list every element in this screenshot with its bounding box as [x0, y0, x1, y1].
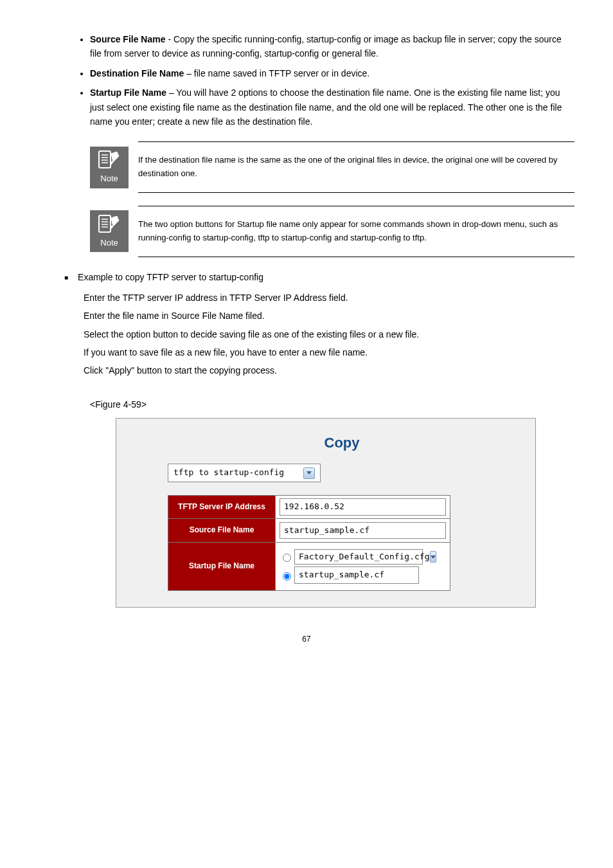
note-icon: Note — [90, 210, 129, 252]
startup-file-radio-new[interactable] — [283, 572, 291, 581]
figure-label: <Figure 4-59> — [90, 397, 536, 411]
note-text: If the destination file name is the same… — [138, 141, 574, 193]
chevron-down-icon[interactable] — [303, 467, 315, 479]
note-icon-label: Note — [100, 237, 118, 250]
startup-file-label: Startup File Name — [168, 542, 276, 591]
source-file-label: Source File Name — [168, 519, 276, 542]
screenshot-copy-dialog: Copy tftp to startup-config TFTP Server … — [116, 418, 536, 608]
table-row: Source File Name startup_sample.cf — [168, 519, 450, 542]
note-icon: Note — [90, 147, 129, 188]
table-row: TFTP Server IP Address 192.168.0.52 — [168, 496, 450, 519]
paragraph: If you want to save file as a new file, … — [84, 345, 549, 359]
list-item: Source File Name - Copy the specific run… — [90, 32, 574, 61]
svg-rect-0 — [99, 151, 111, 168]
dialog-title: Copy — [168, 431, 516, 454]
paragraph: Select the option button to decide savin… — [84, 327, 549, 341]
paragraph: Enter the TFTP server IP address in TFTP… — [84, 291, 549, 305]
list-item: Startup File Name – You will have 2 opti… — [90, 86, 574, 129]
section-heading-text: Example to copy TFTP server to startup-c… — [78, 270, 263, 284]
source-file-input[interactable]: startup_sample.cf — [280, 522, 446, 539]
paragraph: Click "Apply" button to start the copyin… — [84, 363, 549, 377]
note-block: Note If the destination file name is the… — [90, 141, 574, 193]
select-value: tftp to startup-config — [173, 466, 284, 480]
copy-mode-select[interactable]: tftp to startup-config — [168, 464, 321, 482]
tftp-server-input[interactable]: 192.168.0.52 — [280, 498, 446, 516]
paragraph: Enter the file name in Source File Name … — [84, 309, 549, 323]
config-table: TFTP Server IP Address 192.168.0.52 Sour… — [168, 495, 450, 591]
chevron-down-icon[interactable] — [430, 551, 436, 563]
tftp-server-label: TFTP Server IP Address — [168, 496, 276, 519]
section-heading: Example to copy TFTP server to startup-c… — [64, 270, 574, 284]
svg-rect-5 — [99, 215, 111, 232]
list-item: Destination File Name – file name saved … — [90, 66, 574, 80]
startup-file-radio-existing[interactable] — [283, 554, 291, 562]
note-icon-label: Note — [100, 172, 118, 186]
table-row: Startup File Name Factory_Default_Config… — [168, 542, 450, 591]
note-text: The two option buttons for Startup file … — [138, 206, 574, 257]
select-value: Factory_Default_Config.cfg — [299, 550, 430, 564]
page-number: 67 — [39, 633, 574, 646]
startup-file-new-input[interactable]: startup_sample.cf — [294, 566, 419, 584]
parameter-list: Source File Name - Copy the specific run… — [39, 32, 574, 129]
note-block: Note The two option buttons for Startup … — [90, 206, 574, 257]
startup-file-existing-select[interactable]: Factory_Default_Config.cfg — [294, 549, 423, 565]
